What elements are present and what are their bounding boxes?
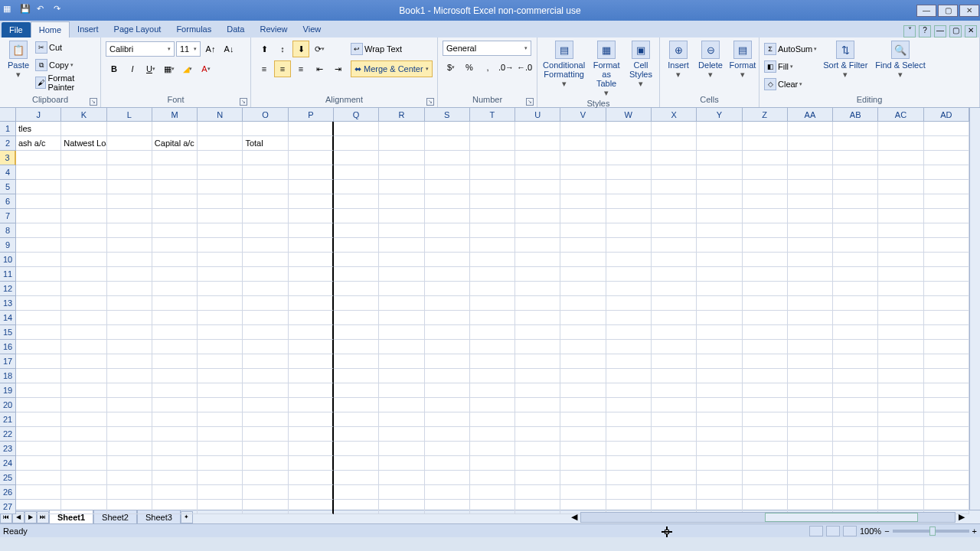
cell-L9[interactable] — [107, 238, 152, 253]
cell-AA16[interactable] — [788, 340, 833, 354]
copy-button[interactable]: ⧉Copy▾ — [35, 57, 97, 73]
cell-AB11[interactable] — [833, 267, 878, 282]
cell-M13[interactable] — [152, 296, 198, 311]
cell-Y19[interactable] — [697, 383, 742, 398]
cell-AC2[interactable] — [878, 136, 923, 151]
align-right-icon[interactable]: ≡ — [292, 60, 309, 77]
cell-U23[interactable] — [515, 442, 560, 456]
cell-Z3[interactable] — [743, 151, 788, 165]
cell-AC6[interactable] — [878, 194, 923, 209]
cell-U24[interactable] — [515, 456, 560, 471]
row-header-24[interactable]: 24 — [0, 456, 16, 471]
cell-AC25[interactable] — [878, 471, 923, 485]
cell-X26[interactable] — [652, 485, 697, 500]
cell-S19[interactable] — [425, 383, 470, 398]
cell-K2[interactable]: Natwest Loan a/c — [61, 136, 106, 151]
cell-J9[interactable] — [16, 238, 61, 253]
cell-U7[interactable] — [515, 209, 560, 223]
cell-R4[interactable] — [379, 165, 424, 180]
cell-R14[interactable] — [379, 311, 424, 325]
cell-S22[interactable] — [425, 427, 470, 442]
cell-V4[interactable] — [560, 165, 606, 180]
cell-Q21[interactable] — [334, 412, 379, 427]
cell-S4[interactable] — [425, 165, 470, 180]
cell-Y9[interactable] — [697, 238, 742, 253]
cell-O25[interactable] — [243, 471, 288, 485]
grow-font-icon[interactable]: A↑ — [202, 41, 219, 57]
cell-M21[interactable] — [152, 412, 198, 427]
cell-O1[interactable] — [243, 122, 288, 136]
cell-L4[interactable] — [107, 165, 152, 180]
tab-view[interactable]: View — [296, 21, 329, 37]
cell-V1[interactable] — [560, 122, 606, 136]
cell-W6[interactable] — [606, 194, 652, 209]
cell-Y21[interactable] — [697, 412, 742, 427]
cell-Z13[interactable] — [743, 296, 788, 311]
cell-N12[interactable] — [198, 282, 243, 296]
cell-T27[interactable] — [470, 500, 515, 514]
cell-W15[interactable] — [606, 325, 652, 340]
cell-O4[interactable] — [243, 165, 288, 180]
cell-O20[interactable] — [243, 398, 288, 412]
cell-W2[interactable] — [606, 136, 652, 151]
cell-W17[interactable] — [606, 354, 652, 369]
cell-J20[interactable] — [16, 398, 61, 412]
cell-AA11[interactable] — [788, 267, 833, 282]
cell-Z6[interactable] — [743, 194, 788, 209]
cell-P9[interactable] — [289, 238, 334, 253]
zoom-level[interactable]: 100% — [860, 527, 881, 536]
cell-V24[interactable] — [560, 456, 606, 471]
cell-W19[interactable] — [606, 383, 652, 398]
cell-AC22[interactable] — [878, 427, 923, 442]
cell-V12[interactable] — [560, 282, 606, 296]
cell-X20[interactable] — [652, 398, 697, 412]
font-color-button[interactable]: A▾ — [198, 60, 214, 77]
cell-AC26[interactable] — [878, 485, 923, 500]
cell-AD22[interactable] — [924, 427, 969, 442]
cell-AB15[interactable] — [833, 325, 878, 340]
cell-V6[interactable] — [560, 194, 606, 209]
cell-W5[interactable] — [606, 180, 652, 194]
cell-AA13[interactable] — [788, 296, 833, 311]
cell-V10[interactable] — [560, 253, 606, 267]
column-header-U[interactable]: U — [515, 108, 560, 122]
cell-S12[interactable] — [425, 282, 470, 296]
cell-K12[interactable] — [61, 282, 106, 296]
cell-L10[interactable] — [107, 253, 152, 267]
cell-O14[interactable] — [243, 311, 288, 325]
cell-Q23[interactable] — [334, 442, 379, 456]
cell-M1[interactable] — [152, 122, 198, 136]
paste-button[interactable]: 📋 Paste ▾ — [3, 39, 34, 80]
cell-N24[interactable] — [198, 456, 243, 471]
cell-V16[interactable] — [560, 340, 606, 354]
cell-R26[interactable] — [379, 485, 424, 500]
spreadsheet-grid[interactable]: JKLMNOPQRSTUVWXYZAAABACAD 12345678910111… — [0, 108, 980, 510]
cell-Y20[interactable] — [697, 398, 742, 412]
column-header-AD[interactable]: AD — [924, 108, 969, 122]
cell-K14[interactable] — [61, 311, 106, 325]
align-left-icon[interactable]: ≡ — [256, 60, 273, 77]
cell-M14[interactable] — [152, 311, 198, 325]
cell-U15[interactable] — [515, 325, 560, 340]
row-header-6[interactable]: 6 — [0, 194, 16, 209]
cell-AC11[interactable] — [878, 267, 923, 282]
row-headers[interactable]: 1234567891011121314151617181920212223242… — [0, 122, 16, 514]
cell-AD24[interactable] — [924, 456, 969, 471]
cell-X24[interactable] — [652, 456, 697, 471]
cell-AB12[interactable] — [833, 282, 878, 296]
cell-L21[interactable] — [107, 412, 152, 427]
cell-K25[interactable] — [61, 471, 106, 485]
vertical-scrollbar[interactable] — [969, 108, 980, 510]
cell-Z17[interactable] — [743, 354, 788, 369]
cell-X6[interactable] — [652, 194, 697, 209]
cell-AB8[interactable] — [833, 223, 878, 238]
cell-L23[interactable] — [107, 442, 152, 456]
cell-R18[interactable] — [379, 369, 424, 383]
cell-AC12[interactable] — [878, 282, 923, 296]
cell-V2[interactable] — [560, 136, 606, 151]
cell-AA23[interactable] — [788, 442, 833, 456]
cell-O16[interactable] — [243, 340, 288, 354]
cell-O12[interactable] — [243, 282, 288, 296]
cell-AA18[interactable] — [788, 369, 833, 383]
column-header-K[interactable]: K — [61, 108, 106, 122]
